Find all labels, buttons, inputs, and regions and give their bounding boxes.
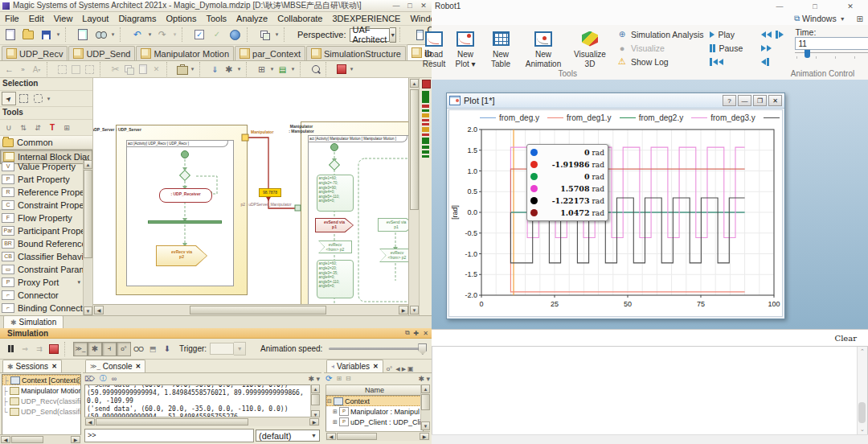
align-right-button[interactable] — [83, 63, 96, 76]
play-button[interactable]: Play — [710, 27, 761, 41]
console-settings-icon[interactable]: ✱ ▾ — [308, 375, 320, 383]
close-icon[interactable]: ✕ — [833, 2, 868, 10]
minimize-icon[interactable]: — — [391, 2, 402, 10]
windows-button[interactable]: Windows — [802, 14, 837, 23]
load-result-button[interactable]: Load Result — [420, 27, 448, 68]
palette-item-proxy-port[interactable]: PProxy Port▾ — [0, 276, 84, 289]
validation-mark-icon[interactable] — [422, 119, 429, 121]
scroll-right-icon[interactable]: ▶ — [399, 306, 408, 314]
specification-button[interactable] — [175, 63, 189, 76]
scroll-left-icon[interactable]: ◀ — [94, 306, 104, 314]
maximize-icon[interactable]: □ — [404, 2, 416, 10]
help-icon[interactable]: ? — [723, 95, 736, 106]
show-options-button[interactable]: ▤ — [276, 63, 289, 76]
chart-area[interactable]: 0255075100-2.0-1.5-1.0-0.50.00.51.01.52.… — [449, 125, 782, 314]
palette-item-value-property[interactable]: VValue Property — [0, 160, 84, 173]
open-project-button[interactable] — [19, 26, 37, 43]
pin-panel-icon[interactable]: ✚ — [414, 330, 420, 337]
close-icon[interactable]: ✕ — [418, 2, 429, 10]
text-tool-icon[interactable]: T — [45, 121, 59, 134]
print-preview-button[interactable] — [74, 26, 92, 43]
initial-node[interactable] — [181, 150, 189, 158]
cut-button[interactable]: ✂ — [108, 63, 122, 76]
menu-tools[interactable]: Tools — [201, 14, 231, 23]
scroll-up-icon[interactable]: ▲ — [410, 79, 419, 88]
menu-layout[interactable]: Layout — [77, 14, 113, 23]
font-button[interactable]: A▾ — [30, 63, 43, 76]
panel-prev-icon[interactable]: ◀ — [395, 366, 399, 372]
accept-event-evrecv-2[interactable]: evRecv <from> p2 — [379, 249, 409, 262]
scroll-up-icon[interactable]: ▲ — [311, 384, 320, 393]
scroll-thumb[interactable] — [421, 394, 430, 410]
undo-button[interactable]: ↶ — [129, 26, 146, 43]
watch-button[interactable]: OO — [131, 342, 145, 356]
animation-speed-slider[interactable] — [329, 347, 425, 350]
export-button[interactable]: ⬇ — [160, 342, 174, 356]
restore-panel-icon[interactable]: ⧉ — [405, 329, 410, 337]
validation-mark-icon[interactable] — [422, 105, 429, 108]
menu-3dexperience[interactable]: 3DEXPERIENCE — [327, 14, 405, 23]
palette-item-connector[interactable]: ⌐Connector — [0, 289, 84, 302]
scroll-thumb[interactable] — [190, 306, 326, 314]
magnet-tool-icon[interactable]: ∪ — [2, 121, 16, 134]
panel-next-icon[interactable]: ▶ — [402, 366, 406, 372]
console-vscrollbar[interactable]: ▲ ▼ — [310, 384, 320, 419]
palette-item-bound-reference[interactable]: BRBound Reference — [0, 237, 84, 250]
console-log[interactable]: ('send data', (60.0, -70.0, 90.0, 0.0, -… — [84, 384, 317, 421]
align-left-button[interactable] — [55, 63, 69, 76]
close-icon[interactable]: ✕ — [51, 363, 57, 370]
tab-simulation[interactable]: ✱ Simulation — [3, 315, 63, 328]
slider-thumb[interactable] — [805, 50, 810, 58]
scroll-right-icon[interactable]: ▶ — [71, 436, 80, 443]
visualize-button[interactable]: ● Visualize — [616, 41, 703, 55]
zoom-button[interactable] — [309, 63, 322, 76]
lasso-select-button[interactable] — [31, 92, 45, 105]
find-button[interactable] — [92, 26, 109, 43]
delete-button[interactable]: ✕ — [149, 63, 163, 76]
panel-menu-icon[interactable]: ▣ — [407, 365, 414, 372]
overflow-icon[interactable]: » — [16, 63, 30, 76]
canvas-vscrollbar[interactable]: ▲ ▼ — [408, 78, 420, 315]
visualize-3d-button[interactable]: Visualize 3D — [568, 27, 612, 68]
validation-mark-icon[interactable] — [422, 155, 429, 158]
redo-button[interactable]: ↷ — [154, 26, 171, 43]
step-into-button[interactable]: ⇒ — [18, 342, 32, 356]
skip-to-start-button[interactable] — [710, 55, 761, 68]
minimize-icon[interactable]: — — [762, 2, 797, 10]
link-icon[interactable]: ∞ — [112, 375, 117, 383]
select-cursor-button[interactable]: ➤ — [2, 92, 16, 105]
dependencies-button[interactable]: ⇓ — [208, 63, 222, 76]
console-hscrollbar[interactable]: ◀ ▶ — [84, 417, 320, 426]
scroll-thumb[interactable] — [311, 394, 320, 405]
time-slider[interactable] — [795, 50, 868, 60]
undo-caret-icon[interactable]: ▾ — [146, 31, 154, 38]
variables-item-udp-client-udp-cli[interactable]: ⊞PuDP_Client : UDP_Cli — [326, 417, 423, 427]
palette-item-classifier-behavior-pro[interactable]: CBClassifier Behavior Pro... — [0, 250, 84, 263]
validation-mark-icon[interactable] — [422, 127, 429, 132]
validation-mark-icon[interactable] — [422, 109, 429, 112]
scroll-thumb[interactable] — [410, 89, 419, 210]
pause-button[interactable]: Pause — [710, 41, 761, 55]
scroll-thumb[interactable] — [858, 402, 866, 423]
variables-settings-icon[interactable]: ✱ ▾ — [418, 375, 430, 383]
scroll-right-icon[interactable]: ▶ — [309, 418, 319, 426]
variables-extra-icon[interactable]: o° — [387, 365, 393, 372]
new-plot-button[interactable]: New Plot ▾ — [448, 27, 483, 68]
swimlane-vertical-icon[interactable]: ⇅ — [16, 121, 31, 134]
palette-group-common[interactable]: Common — [0, 136, 92, 150]
color-caret-icon[interactable]: ▾ — [348, 66, 355, 72]
activity-frame-udp-recv[interactable]: act [Activity] UDP_Recv [ UDP_Recv ] — [126, 140, 234, 286]
console-scope-select[interactable]: (default) ▼ — [256, 430, 320, 442]
collapse-icon[interactable]: ⊟ — [327, 398, 334, 405]
close-icon[interactable]: ✕ — [373, 363, 379, 370]
close-icon[interactable]: ✕ — [136, 363, 141, 370]
save-button[interactable] — [37, 26, 55, 43]
diagram-canvas[interactable]: uDP_Server : UDP_Server act [Activity] U… — [92, 78, 409, 315]
tab-variables[interactable]: ⫞ Variables ✕ — [326, 360, 383, 372]
palette-item-constraint-parameter[interactable]: ▭Constraint Parameter — [0, 263, 84, 276]
variables-hscrollbar[interactable]: ◀ ▶ — [326, 431, 430, 441]
menu-options[interactable]: Options — [161, 14, 201, 23]
close-icon[interactable]: ✕ — [768, 95, 782, 106]
validation-mark-icon[interactable] — [422, 123, 429, 125]
expand-icon[interactable]: ⊞ — [333, 409, 339, 415]
